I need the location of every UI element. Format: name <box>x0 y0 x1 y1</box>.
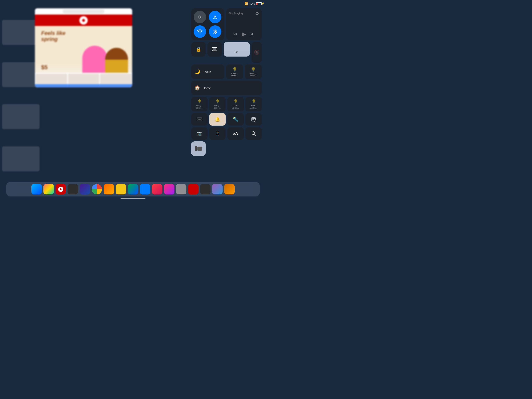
search-button[interactable] <box>245 127 262 140</box>
cc-row-actions: 🔔 🔦 <box>191 113 262 126</box>
dock-notes[interactable] <box>68 184 78 194</box>
battery-percent: 17% <box>249 2 255 5</box>
light-label-4: Bedr...Andre... <box>250 105 257 109</box>
dock-app2[interactable] <box>116 184 126 194</box>
cc-row-utilities: 📷 📱 aA <box>191 127 262 140</box>
focus-button[interactable]: 🌙 Focus <box>191 64 224 79</box>
bedroom2-button[interactable]: 💡 Bedro...Bedro... <box>245 64 262 79</box>
add-notes-button[interactable] <box>245 113 262 126</box>
bedroom-label-2: Bedro...Bedro... <box>250 73 257 77</box>
wifi-button[interactable] <box>194 25 206 38</box>
prev-button[interactable]: ⏮ <box>233 32 238 36</box>
notes-add-icon <box>251 117 256 122</box>
notifications-button[interactable]: 🔔 <box>209 113 226 126</box>
light-living1-button[interactable]: 💡 Living...Ceiling... <box>191 97 208 111</box>
svg-rect-4 <box>213 48 216 50</box>
charging-icon: ⚡ <box>261 2 264 5</box>
search-icon <box>252 131 256 136</box>
focus-label: Focus <box>203 70 211 74</box>
bedroom-label-1: Bedro...Home... <box>231 73 238 77</box>
brightness-panel[interactable]: ☀ <box>224 42 250 57</box>
target-logo <box>79 16 88 25</box>
now-playing-title: Not Playing <box>229 12 243 15</box>
light-living2-button[interactable]: 💡 Living...Ceiling... <box>209 97 226 111</box>
flashlight-button[interactable]: 🔦 <box>227 113 244 126</box>
dock-safari[interactable] <box>31 184 42 194</box>
keyboard-backlight-button[interactable] <box>191 113 208 126</box>
cc-row-lights: 💡 Living...Ceiling... 💡 Living...Ceiling… <box>191 97 262 111</box>
svg-line-22 <box>254 134 256 135</box>
bedroom-icon-2: 💡 <box>251 67 256 72</box>
mute-icon: 🔇 <box>254 50 260 55</box>
dock <box>6 182 260 196</box>
np-header: Not Playing <box>229 11 259 16</box>
airplay-icon[interactable] <box>255 11 259 16</box>
dock-app4[interactable] <box>140 184 150 194</box>
cc-row-stage-manager <box>191 142 262 156</box>
price-text: $5 <box>41 64 48 71</box>
bedroom-home-button[interactable]: 💡 Bedro...Home... <box>226 64 243 79</box>
play-button[interactable]: ▶ <box>242 31 246 38</box>
airdrop-icon <box>213 14 218 19</box>
dock-arc[interactable] <box>80 184 90 194</box>
light-icon-4: 💡 <box>252 99 256 104</box>
airplane-mode-button[interactable]: ✈ <box>194 11 206 23</box>
dock-app3[interactable] <box>128 184 138 194</box>
light-label-2: Living...Ceiling... <box>214 105 221 109</box>
next-button[interactable]: ⏭ <box>250 32 254 36</box>
svg-rect-24 <box>197 147 202 151</box>
stage-manager-button[interactable] <box>191 142 206 156</box>
wifi-icon-status: 📶 <box>245 2 248 5</box>
now-playing-panel: Not Playing ⏮ ▶ ⏭ <box>226 8 262 40</box>
mirror-icon <box>212 47 218 51</box>
dock-target[interactable] <box>56 184 66 194</box>
dock-app1[interactable] <box>104 184 114 194</box>
main-app-window[interactable]: Feels likespring $5 <box>35 8 132 87</box>
dock-app5[interactable] <box>164 184 174 194</box>
light-icon-2: 💡 <box>215 99 220 104</box>
light-icon-1: 💡 <box>197 99 202 104</box>
home-panel[interactable]: 🏠 Home <box>191 81 262 95</box>
target-banner <box>35 14 132 26</box>
svg-rect-2 <box>256 14 258 14</box>
dock-app6[interactable] <box>176 184 186 194</box>
dock-app8[interactable] <box>200 184 210 194</box>
light-label-1: Living...Ceiling... <box>196 105 203 109</box>
volume-panel[interactable]: 🔇 <box>252 42 262 63</box>
control-center: ✈ <box>191 8 262 156</box>
remote-button[interactable]: 📱 <box>209 127 226 140</box>
light-bedr-button[interactable]: 💡 Bedr...Andre... <box>245 97 262 111</box>
airdrop-button[interactable] <box>209 11 221 23</box>
svg-rect-23 <box>195 146 197 151</box>
light-icon-3: 💡 <box>233 99 238 104</box>
app-header <box>35 8 132 14</box>
bg-window-2 <box>2 62 39 87</box>
camera-button[interactable]: 📷 <box>191 127 208 140</box>
screen-lock-button[interactable]: 🔒 <box>191 42 206 57</box>
focus-moon-icon: 🌙 <box>195 69 200 74</box>
bedroom-icon-1: 💡 <box>232 67 237 72</box>
cc-row-connectivity-nowplaying: ✈ <box>191 8 262 40</box>
light-jills-button[interactable]: 💡 Jill's R...Jill's c... <box>227 97 244 111</box>
wifi-icon <box>197 29 203 34</box>
light-label-3: Jill's R...Jill's c... <box>232 105 239 109</box>
brightness-icon: ☀ <box>235 50 238 54</box>
dock-photos[interactable] <box>44 184 54 194</box>
dock-chrome[interactable] <box>92 184 102 194</box>
battery-icon: ⚡ <box>256 2 262 5</box>
home-label: Home <box>203 86 211 90</box>
cc-row-screen: 🔒 ☀ 🔇 <box>191 42 262 63</box>
dock-music[interactable] <box>152 184 162 194</box>
dock-app7[interactable] <box>188 184 198 194</box>
dock-app10[interactable] <box>224 184 235 194</box>
dock-app9[interactable] <box>212 184 222 194</box>
text-size-button[interactable]: aA <box>227 127 244 140</box>
screen-mirror-button[interactable] <box>207 42 222 57</box>
bluetooth-button[interactable] <box>209 25 221 38</box>
home-icon: 🏠 <box>195 85 200 91</box>
connectivity-panel: ✈ <box>191 8 224 40</box>
cc-row-focus: 🌙 Focus 💡 Bedro...Home... 💡 Bedro...Bedr… <box>191 64 262 79</box>
url-bar <box>63 10 104 13</box>
bluetooth-icon <box>213 29 217 34</box>
bottom-bar <box>35 84 132 87</box>
